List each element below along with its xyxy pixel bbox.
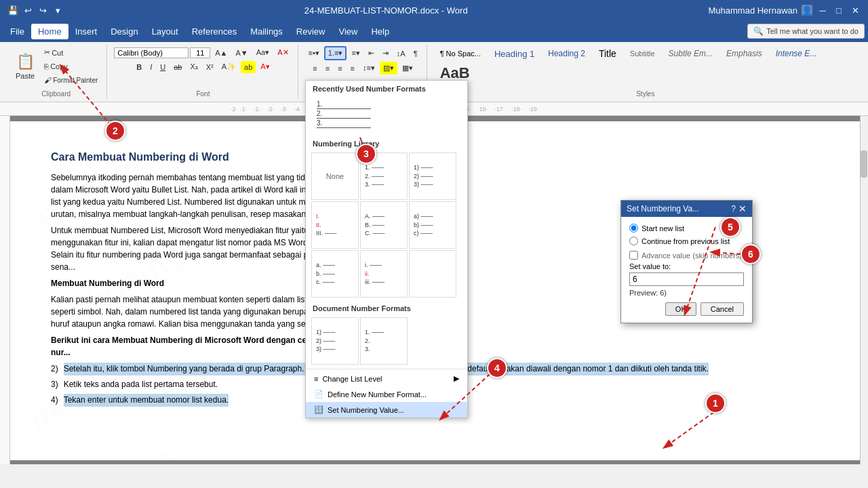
style-title[interactable]: Title <box>593 46 623 61</box>
justify-button[interactable]: ≡ <box>347 62 358 75</box>
style-subtitle[interactable]: Subtitle <box>624 47 661 60</box>
decrease-indent-button[interactable]: ⇤ <box>365 47 378 60</box>
num-empty[interactable] <box>409 250 456 298</box>
shading-button[interactable]: ▨▾ <box>380 62 397 75</box>
advance-value-checkbox[interactable]: Advance value (skip numbers) <box>629 251 744 260</box>
save-btn[interactable]: 💾 <box>7 4 19 16</box>
define-format-icon: 📄 <box>314 390 323 399</box>
numbering-button[interactable]: 1.≡▾ <box>324 46 347 60</box>
menu-design[interactable]: Design <box>104 24 144 39</box>
line-spacing-button[interactable]: ↕≡▾ <box>359 62 378 75</box>
text-highlight-button[interactable]: ab <box>241 61 256 73</box>
show-formatting-button[interactable]: ¶ <box>410 47 421 60</box>
scrollbar-thumb[interactable] <box>861 150 867 178</box>
increase-indent-button[interactable]: ⇥ <box>379 47 392 60</box>
style-subtle-em[interactable]: Subtle Em... <box>663 47 719 60</box>
cut-label: Cut <box>52 49 63 57</box>
dialog-question-icon[interactable]: ? <box>731 204 736 214</box>
minimize-btn[interactable]: ─ <box>816 4 829 16</box>
undo-btn[interactable]: ↩ <box>22 4 34 16</box>
maximize-btn[interactable]: □ <box>833 4 845 16</box>
recent-item-1[interactable]: 1. 2. 3. <box>311 96 462 133</box>
continue-prev-radio-input[interactable] <box>629 237 638 245</box>
cancel-button[interactable]: Cancel <box>701 302 744 316</box>
set-numbering-value-item[interactable]: 🔢 Set Numbering Value... <box>306 402 467 418</box>
style-no-space[interactable]: ¶ No Spac... <box>434 47 487 60</box>
num-alpha-upper[interactable]: A. —— B. —— C. —— <box>360 201 408 249</box>
menu-review[interactable]: Review <box>290 24 332 39</box>
submenu-arrow: ▶ <box>454 374 459 383</box>
paragraph-row2: ≡ ≡ ≡ ≡ ↕≡▾ ▨▾ ▦▾ <box>309 62 416 75</box>
num-alpha-lower-dot[interactable]: a. —— b. —— c. —— <box>311 250 359 298</box>
font-grow-button[interactable]: A▲ <box>212 47 231 59</box>
menu-file[interactable]: File <box>3 24 31 39</box>
define-format-item[interactable]: 📄 Define New Number Format... <box>306 386 467 402</box>
num-none[interactable]: None <box>311 152 359 200</box>
paste-button[interactable]: 📋 Paste <box>11 49 39 83</box>
copy-button[interactable]: ⎘ Copy <box>41 60 101 73</box>
strikethrough-button[interactable]: ab <box>170 61 185 73</box>
menu-references[interactable]: References <box>185 24 243 39</box>
window-title: 24-MEMBUAT-LIST-NOMOR.docx - Word <box>64 5 708 16</box>
doc-num-1paren[interactable]: 1) —— 2) —— 3) —— <box>311 317 359 365</box>
customize-btn[interactable]: ▾ <box>52 4 64 16</box>
align-left-button[interactable]: ≡ <box>309 62 320 75</box>
num-1paren[interactable]: 1) —— 2) —— 3) —— <box>409 152 456 200</box>
italic-button[interactable]: I <box>146 61 155 73</box>
align-center-button[interactable]: ≡ <box>322 62 333 75</box>
menu-view[interactable]: View <box>332 24 364 39</box>
font-color-button[interactable]: A▾ <box>257 60 273 73</box>
start-new-list-radio[interactable]: Start new list <box>629 224 744 232</box>
text-effects-button[interactable]: A✨ <box>218 60 239 73</box>
style-intense[interactable]: Intense E... <box>770 47 823 60</box>
multilevel-button[interactable]: ≡▾ <box>348 47 363 60</box>
cut-button[interactable]: ✂ Cut <box>41 46 101 59</box>
start-new-radio-input[interactable] <box>629 224 638 232</box>
underline-button[interactable]: U <box>157 61 169 73</box>
menu-help[interactable]: Help <box>364 24 396 39</box>
para2d-text: sena... <box>51 262 75 272</box>
change-list-level-item[interactable]: ≡ Change List Level ▶ <box>306 371 467 386</box>
user-avatar[interactable]: 👤 <box>802 5 812 16</box>
define-format-label: Define New Number Format... <box>328 390 427 399</box>
menu-layout[interactable]: Layout <box>145 24 185 39</box>
search-box[interactable]: 🔍 Tell me what you want to do <box>747 24 865 39</box>
vertical-scrollbar[interactable] <box>860 116 868 464</box>
clear-format-button[interactable]: A✕ <box>274 46 292 59</box>
doc-num-1dot[interactable]: 1. —— 2. 3. <box>360 317 408 365</box>
align-right-button[interactable]: ≡ <box>334 62 345 75</box>
style-emphasis2[interactable]: Emphasis <box>720 47 768 60</box>
start-new-label: Start new list <box>642 224 684 232</box>
style-heading1[interactable]: Heading 1 <box>488 47 540 61</box>
menu-mailings[interactable]: Mailings <box>243 24 290 39</box>
continue-prev-radio[interactable]: Continue from previous list <box>629 237 744 245</box>
font-name-input[interactable] <box>114 47 189 58</box>
subscript-button[interactable]: X₂ <box>186 60 201 73</box>
change-list-level-icon: ≡ <box>314 375 318 383</box>
menu-home[interactable]: Home <box>31 24 68 39</box>
dialog-close-button[interactable]: ✕ <box>738 204 747 214</box>
num-roman-lower[interactable]: i. —— ii. iii. —— <box>360 250 408 298</box>
font-size-input[interactable] <box>190 47 210 58</box>
ok-button[interactable]: OK <box>665 302 696 316</box>
menu-insert[interactable]: Insert <box>68 24 104 39</box>
borders-button[interactable]: ▦▾ <box>399 62 416 75</box>
font-row2: B I U ab X₂ X² A✨ ab A▾ <box>133 60 273 73</box>
bullets-button[interactable]: ≡•▾ <box>305 47 323 60</box>
num-roman-upper[interactable]: I. II. III. —— <box>311 201 359 249</box>
font-shrink-button[interactable]: A▼ <box>233 47 252 59</box>
advance-checkbox-input[interactable] <box>629 251 638 260</box>
change-case-button[interactable]: Aa▾ <box>253 46 273 59</box>
format-painter-button[interactable]: 🖌 Format Painter <box>41 74 101 86</box>
num-1dot[interactable]: 1. —— 2. —— 3. —— <box>360 152 408 200</box>
redo-btn[interactable]: ↪ <box>37 4 49 16</box>
scrollbar-track[interactable] <box>861 116 868 464</box>
style-heading2[interactable]: Heading 2 <box>542 47 591 60</box>
superscript-button[interactable]: X² <box>203 61 217 73</box>
close-btn[interactable]: ✕ <box>849 4 861 16</box>
sort-button[interactable]: ↕A <box>393 47 409 60</box>
set-value-input[interactable] <box>629 272 744 286</box>
bold-button[interactable]: B <box>133 61 145 73</box>
num-alpha-lower-paren[interactable]: a) —— b) —— c) —— <box>409 201 456 249</box>
recent-formats-area: 1. 2. 3. <box>306 95 467 136</box>
